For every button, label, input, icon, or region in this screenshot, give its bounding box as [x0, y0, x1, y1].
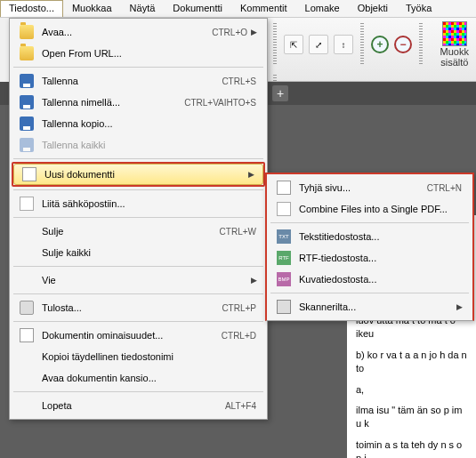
menu-print[interactable]: Tulosta... CTRL+P [12, 297, 265, 318]
folder-open-icon [20, 25, 34, 39]
menu-email[interactable]: Liitä sähköpostiin... [12, 193, 265, 214]
page-width-button[interactable]: ⇱ [284, 35, 303, 54]
blank-page-icon [277, 181, 291, 195]
image-file-icon: BMP [277, 272, 291, 286]
save-icon [20, 74, 34, 88]
menu-tools[interactable]: Työka [397, 0, 440, 17]
submenu-from-rtf-label: RTF-tiedostosta... [294, 253, 465, 263]
menu-close-shortcut: CTRL+W [220, 227, 260, 237]
menu-save-shortcut: CTRL+S [222, 76, 260, 86]
separator [13, 217, 263, 218]
new-document-icon [22, 167, 36, 181]
menu-print-shortcut: CTRL+P [222, 303, 260, 313]
menu-properties-shortcut: CTRL+D [222, 331, 260, 341]
submenu-blank-shortcut: CTRL+N [427, 183, 465, 193]
submenu-from-image-label: Kuvatiedostosta... [294, 274, 465, 285]
menu-close[interactable]: Sulje CTRL+W [12, 221, 265, 242]
properties-icon [20, 328, 34, 342]
submenu-from-scanner-label: Skannerilta... [294, 301, 456, 312]
separator [13, 158, 263, 159]
menu-exit-shortcut: ALT+F4 [225, 401, 260, 411]
chevron-right-icon: ▶ [248, 170, 257, 179]
mail-icon [20, 197, 34, 211]
menu-save[interactable]: Tallenna CTRL+S [12, 70, 265, 92]
txt-file-icon: TXT [277, 229, 291, 244]
menu-save-as[interactable]: Tallenna nimellä... CTRL+VAIHTO+S [12, 92, 265, 113]
menu-new-document[interactable]: Uusi dokumentti ▶ [13, 164, 263, 185]
menu-copy-filename-label: Kopioi täydellinen tiedostonimi [36, 351, 260, 362]
submenu-from-text[interactable]: TXT Tekstitiedostosta... [269, 226, 471, 247]
toolbar-grip[interactable] [419, 23, 423, 66]
zoom-in-icon[interactable]: + [371, 36, 389, 53]
toolbar-grip[interactable] [360, 23, 364, 66]
menu-open-folder-label: Avaa dokumentin kansio... [36, 373, 260, 383]
separator [13, 321, 263, 322]
zoom-out-icon[interactable]: − [394, 36, 412, 53]
submenu-from-image[interactable]: BMP Kuvatiedostosta... [269, 269, 471, 290]
menu-open-shortcut: CTRL+O [212, 28, 251, 37]
toolbar: ⇱ ⤢ ↕ + − Muokk sisältö ⟳ 75% + [268, 18, 476, 82]
submenu-blank-page[interactable]: Tyhjä sivu... CTRL+N [269, 177, 471, 198]
page-height-button[interactable]: ↕ [334, 35, 353, 54]
menu-close-all[interactable]: Sulje kaikki [12, 242, 265, 263]
menu-export[interactable]: Vie ▶ [12, 269, 265, 291]
doc-text: toimin a s ta teh dy n s o p i [356, 438, 467, 458]
separator [270, 222, 469, 223]
new-tab-button[interactable]: + [272, 85, 288, 101]
doc-text: ilma isu " täm än so p im u k [356, 404, 467, 431]
menu-properties-label: Dokumentin ominaisuudet... [36, 330, 222, 341]
menu-object[interactable]: Objekti [349, 0, 397, 17]
menu-properties[interactable]: Dokumentin ominaisuudet... CTRL+D [12, 325, 265, 346]
new-document-submenu: Tyhjä sivu... CTRL+N Combine Files into … [265, 173, 474, 321]
menu-copy-filename[interactable]: Kopioi täydellinen tiedostonimi [12, 346, 265, 367]
combine-files-icon [277, 202, 291, 216]
edit-content-icon[interactable] [442, 21, 467, 46]
menu-exit-label: Lopeta [36, 400, 225, 411]
scanner-icon [277, 300, 291, 314]
doc-text: a, [356, 383, 467, 397]
menu-open-folder[interactable]: Avaa dokumentin kansio... [12, 367, 265, 389]
separator [13, 391, 263, 392]
menu-file[interactable]: Tiedosto... [0, 0, 63, 17]
folder-url-icon [20, 46, 34, 60]
submenu-from-rtf[interactable]: RTF RTF-tiedostosta... [269, 247, 471, 269]
separator [13, 189, 263, 190]
menu-new-document-label: Uusi dokumentti [39, 169, 248, 180]
submenu-blank-label: Tyhjä sivu... [294, 182, 427, 193]
menu-open-url[interactable]: Open From URL... [12, 43, 265, 64]
print-icon [20, 301, 34, 315]
save-all-icon [20, 138, 34, 152]
submenu-from-scanner[interactable]: Skannerilta... ▶ [269, 296, 471, 317]
rtf-file-icon: RTF [277, 251, 291, 265]
menu-form[interactable]: Lomake [296, 0, 349, 17]
save-copy-icon [20, 117, 34, 131]
menu-comments[interactable]: Kommentit [231, 0, 296, 17]
edit-content-label: Muokk [440, 46, 469, 57]
menu-open[interactable]: Avaa... CTRL+O ▶ [12, 21, 265, 43]
menu-save-copy[interactable]: Tallenna kopio... [12, 113, 265, 134]
chevron-right-icon: ▶ [456, 302, 465, 311]
page-fit-button[interactable]: ⤢ [309, 35, 328, 54]
separator [270, 293, 469, 293]
menu-view[interactable]: Näytä [121, 0, 165, 17]
separator [13, 266, 263, 267]
edit-content-label2: sisältö [440, 57, 468, 68]
menu-open-label: Avaa... [36, 27, 212, 37]
toolbar-grip[interactable] [273, 23, 277, 66]
file-menu-dropdown: Avaa... CTRL+O ▶ Open From URL... Tallen… [9, 18, 268, 420]
menu-save-label: Tallenna [36, 76, 222, 86]
submenu-combine[interactable]: Combine Files into a Single PDF... [269, 198, 471, 220]
menu-email-label: Liitä sähköpostiin... [36, 198, 260, 209]
doc-text: b) ko r va t a a n jo h da n to [356, 349, 467, 376]
menu-exit[interactable]: Lopeta ALT+F4 [12, 395, 265, 416]
menu-document[interactable]: Dokumentti [164, 0, 231, 17]
menu-save-as-shortcut: CTRL+VAIHTO+S [184, 98, 260, 108]
menu-save-copy-label: Tallenna kopio... [36, 118, 260, 129]
menu-print-label: Tulosta... [36, 302, 222, 313]
menubar: Tiedosto... Muokkaa Näytä Dokumentti Kom… [0, 0, 476, 18]
menu-open-url-label: Open From URL... [36, 48, 260, 59]
menu-edit[interactable]: Muokkaa [63, 0, 121, 17]
separator [13, 293, 263, 294]
menu-save-all: Tallenna kaikki [12, 134, 265, 156]
save-as-icon [20, 95, 34, 109]
